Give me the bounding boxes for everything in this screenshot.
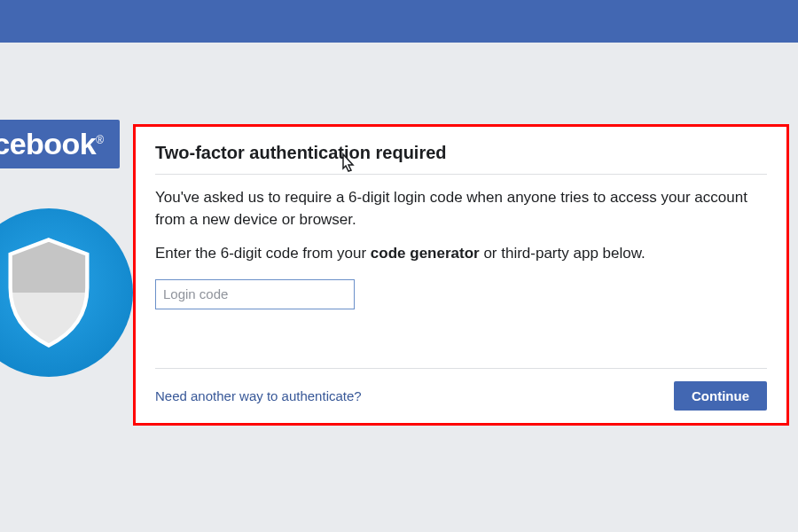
top-nav-bar	[0, 0, 798, 43]
instruction-prefix: Enter the 6-digit code from your	[155, 245, 371, 262]
alternate-auth-link[interactable]: Need another way to authenticate?	[155, 388, 362, 403]
security-badge	[0, 208, 133, 377]
dialog-instruction: Enter the 6-digit code from your code ge…	[155, 243, 767, 265]
facebook-logo: facebook®	[0, 120, 120, 168]
two-factor-dialog: Two-factor authentication required You'v…	[133, 124, 789, 426]
dialog-heading: Two-factor authentication required	[155, 143, 767, 175]
instruction-suffix: or third-party app below.	[480, 245, 645, 262]
brand-text: facebook	[0, 127, 96, 160]
dialog-body: You've asked us to require a 6-digit log…	[155, 187, 767, 345]
continue-button[interactable]: Continue	[674, 381, 767, 411]
login-code-input[interactable]	[155, 279, 355, 309]
dialog-description: You've asked us to require a 6-digit log…	[155, 187, 767, 231]
pointer-cursor-icon	[337, 153, 358, 184]
shield-icon	[0, 235, 98, 350]
code-generator-label: code generator	[371, 245, 480, 262]
dialog-footer: Need another way to authenticate? Contin…	[155, 368, 767, 411]
